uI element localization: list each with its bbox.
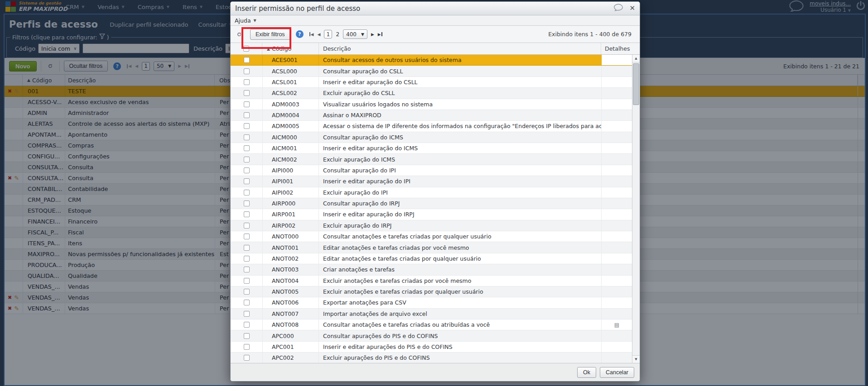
items-info: Exibindo itens 1 - 400 de 679 — [548, 31, 636, 38]
row-checkbox[interactable] — [244, 190, 250, 195]
permission-row[interactable]: AIPI000Consultar apuração do IPI — [231, 165, 632, 176]
permission-row[interactable]: ANOT003Criar anotações e tarefas — [231, 264, 632, 275]
row-checkbox[interactable] — [244, 311, 250, 317]
row-checkbox[interactable] — [244, 289, 250, 295]
row-checkbox[interactable] — [244, 267, 250, 272]
column-header-detalhes[interactable]: Detalhes — [601, 43, 632, 54]
permission-row[interactable]: APC000Consultar apurações do PIS e do CO… — [231, 330, 632, 341]
row-checkbox[interactable] — [244, 322, 250, 328]
select-all-checkbox[interactable] — [243, 46, 249, 52]
cell-descricao: Inserir e editar apuração do CSLL — [319, 77, 601, 87]
chat-bubble-icon[interactable] — [613, 4, 623, 13]
help-icon[interactable]: ? — [296, 30, 304, 38]
permission-row[interactable]: ACSL001Inserir e editar apuração do CSLL — [231, 77, 632, 88]
scroll-down-icon[interactable]: ▼ — [632, 355, 640, 363]
row-checkbox[interactable] — [244, 245, 250, 251]
cell-codigo: ANOT008 — [262, 319, 319, 330]
row-checkbox[interactable] — [244, 123, 250, 129]
permission-row[interactable]: ANOT004Excluir anotações e tarefas criad… — [231, 276, 632, 286]
cell-descricao: Editar anotações e tarefas criadas por v… — [319, 242, 601, 253]
row-checkbox[interactable] — [244, 145, 250, 151]
next-page-icon[interactable]: ▶ — [371, 32, 374, 37]
permission-row[interactable]: ANOT005Excluir anotações e tarefas criad… — [231, 286, 632, 297]
permission-row[interactable]: AICM000Consultar apuração do ICMS — [231, 132, 632, 143]
current-page[interactable]: 1 — [324, 30, 332, 38]
row-checkbox[interactable] — [244, 355, 250, 361]
row-checkbox[interactable] — [244, 134, 250, 140]
permission-row[interactable]: ADM0004Assinar o MAXIPROD — [231, 110, 632, 121]
cell-codigo: ANOT001 — [262, 242, 319, 253]
cell-descricao: Consultar acessos de outros usuários do … — [319, 55, 601, 65]
scrollbar-thumb[interactable] — [633, 63, 639, 105]
cell-descricao: Consultar apuração do ICMS — [319, 132, 601, 143]
modal-title-bar: Inserir permissão no perfil de acesso ✕ — [231, 2, 640, 15]
show-filters-button[interactable]: Exibir filtros — [250, 29, 290, 40]
scrollbar[interactable]: ▲ ▼ — [632, 55, 640, 363]
row-checkbox[interactable] — [244, 333, 250, 339]
row-checkbox[interactable] — [244, 344, 250, 350]
row-checkbox[interactable] — [244, 90, 250, 96]
scroll-up-icon[interactable]: ▲ — [632, 55, 640, 62]
help-menu[interactable]: Ajuda — [235, 17, 251, 24]
row-checkbox[interactable] — [244, 200, 250, 206]
cell-descricao: Consultar apuração do IPI — [319, 165, 601, 176]
row-checkbox[interactable] — [244, 223, 250, 229]
permission-row[interactable]: ANOT000Consultar anotações e tarefas cri… — [231, 231, 632, 242]
permission-row[interactable]: ANOT001Editar anotações e tarefas criada… — [231, 242, 632, 253]
permission-row[interactable]: AICM001Inserir e editar apuração do ICMS — [231, 143, 632, 154]
permission-row[interactable]: AIPI002Excluir apuração do IPI — [231, 187, 632, 198]
cell-codigo: ANOT006 — [262, 297, 319, 308]
row-checkbox[interactable] — [244, 300, 250, 305]
cell-descricao: Excluir apuração do ICMS — [319, 154, 601, 164]
cell-codigo: ANOT002 — [262, 253, 319, 264]
permission-row[interactable]: ADM0003Visualizar usuários logados no si… — [231, 99, 632, 110]
permission-row[interactable]: ADM0005Acessar o sistema de IP diferente… — [231, 121, 632, 132]
close-icon[interactable]: ✕ — [629, 5, 635, 12]
row-checkbox[interactable] — [244, 101, 250, 107]
permission-row[interactable]: ANOT008Consultar anotações e tarefas cri… — [231, 319, 632, 330]
column-header-codigo[interactable]: ▲ Código — [262, 43, 319, 54]
row-checkbox[interactable] — [244, 278, 250, 284]
row-checkbox[interactable] — [244, 178, 250, 184]
permission-row[interactable]: ANOT002Editar anotações e tarefas criada… — [231, 253, 632, 264]
row-checkbox[interactable] — [244, 234, 250, 239]
previous-page-icon[interactable]: ◀ — [318, 32, 321, 37]
cell-codigo: AIRP000 — [262, 198, 319, 209]
permission-row[interactable]: AIPI001Inserir e editar apuração do IPI — [231, 176, 632, 187]
permission-row[interactable]: ANOT007Importar anotações de arquivo exc… — [231, 309, 632, 319]
first-page-icon[interactable]: ◀ — [309, 32, 314, 37]
permission-row[interactable]: ACSL002Excluir apuração do CSLL — [231, 88, 632, 99]
row-checkbox[interactable] — [244, 68, 250, 74]
row-checkbox[interactable] — [244, 112, 250, 118]
row-checkbox[interactable] — [244, 57, 250, 63]
permission-row[interactable]: ANOT006Exportar anotações para CSV — [231, 297, 632, 308]
permission-row[interactable]: AIRP000Consultar apuração do IRPJ — [231, 198, 632, 209]
row-checkbox[interactable] — [244, 167, 250, 173]
row-checkbox[interactable] — [244, 211, 250, 217]
cell-descricao: Consultar apuração do CSLL — [319, 66, 601, 76]
cell-descricao: Inserir e editar apuração do ICMS — [319, 143, 601, 153]
ok-button[interactable]: Ok — [577, 367, 596, 378]
permission-row[interactable]: APC001Inserir e editar apurações do PIS … — [231, 342, 632, 353]
cell-descricao: Excluir anotações e tarefas criadas por … — [319, 276, 601, 286]
row-checkbox[interactable] — [244, 79, 250, 85]
permission-row[interactable]: AICM002Excluir apuração do ICMS — [231, 154, 632, 165]
permission-row[interactable]: AIRP001Inserir e editar apuração do IRPJ — [231, 209, 632, 220]
last-page-icon[interactable]: ▶ — [378, 32, 382, 37]
cell-descricao: Acessar o sistema de IP diferente dos in… — [319, 121, 601, 131]
column-header-descricao[interactable]: Descrição — [319, 43, 601, 54]
row-checkbox[interactable] — [244, 256, 250, 262]
cell-codigo: ACSL001 — [262, 77, 319, 87]
row-checkbox[interactable] — [244, 157, 250, 162]
permission-row[interactable]: AIRP002Excluir apuração do IRPJ — [231, 220, 632, 231]
permission-row[interactable]: APC002Excluir apurações do PIS e do COFI… — [231, 353, 632, 363]
page-2-link[interactable]: 2 — [336, 31, 339, 38]
cell-codigo: ADM0004 — [262, 110, 319, 120]
cell-descricao: Exportar anotações para CSV — [319, 297, 601, 308]
details-icon[interactable]: ▤ — [614, 322, 619, 328]
permission-row[interactable]: ACSL000Consultar apuração do CSLL — [231, 66, 632, 76]
cancel-button[interactable]: Cancelar — [600, 367, 634, 378]
refresh-icon[interactable] — [234, 29, 244, 39]
page-size-select[interactable]: 400▼ — [343, 29, 367, 39]
permission-row[interactable]: ACES001Consultar acessos de outros usuár… — [231, 55, 632, 66]
